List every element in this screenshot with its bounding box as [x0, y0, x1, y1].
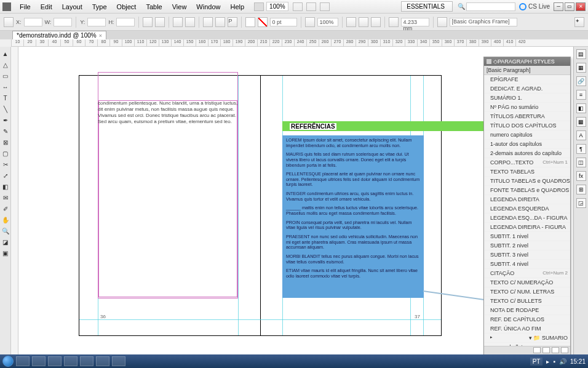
- view-mode-icon[interactable]: [293, 2, 303, 11]
- menu-view[interactable]: View: [167, 2, 192, 12]
- rotate-icon[interactable]: [173, 17, 183, 27]
- style-folder-sumario[interactable]: ▾ 📁 SUMARIO: [484, 334, 570, 343]
- scale-y-icon[interactable]: [155, 17, 165, 27]
- free-transform-tool-icon[interactable]: ⤢: [1, 170, 10, 180]
- document-tab[interactable]: *demonstrativo.indd @ 100% ×: [12, 31, 106, 39]
- stroke-panel-icon[interactable]: ≡: [576, 90, 586, 100]
- character-panel-icon[interactable]: A: [576, 130, 586, 140]
- style-item[interactable]: LEGENDA DIREITA: [484, 195, 570, 204]
- gradient-tool-icon[interactable]: ◧: [1, 182, 10, 191]
- gap-tool-icon[interactable]: ↔: [1, 82, 10, 92]
- task-folder-icon[interactable]: [32, 356, 46, 366]
- pencil-tool-icon[interactable]: ✎: [1, 126, 10, 136]
- clock[interactable]: 15:21: [570, 358, 586, 365]
- maximize-button[interactable]: ▭: [565, 2, 574, 11]
- basic-paragraph-item[interactable]: [Basic Paragraph]: [484, 66, 570, 75]
- eyedropper-tool-icon[interactable]: ✐: [1, 204, 10, 214]
- close-button[interactable]: ✕: [576, 2, 586, 11]
- page-spread[interactable]: condimentum pellentesque. Nunc blandit, …: [79, 75, 442, 336]
- shear-icon[interactable]: [185, 17, 195, 27]
- object-styles-panel-icon[interactable]: ◫: [576, 158, 586, 167]
- menu-help[interactable]: Help: [225, 2, 249, 12]
- stroke-swatch-icon[interactable]: [258, 17, 268, 27]
- scale-x-icon[interactable]: [143, 17, 153, 27]
- style-item[interactable]: DEDICAT. E AGRAD.: [484, 84, 570, 94]
- style-item[interactable]: NOTA DE RODAPE: [484, 306, 570, 315]
- task-indesign-icon[interactable]: [48, 356, 62, 366]
- start-button[interactable]: [2, 356, 14, 367]
- ruler-vertical[interactable]: [11, 47, 18, 354]
- reference-point-icon[interactable]: [4, 17, 14, 27]
- page-tool-icon[interactable]: ▭: [1, 71, 10, 81]
- object-style-icon[interactable]: [437, 17, 447, 27]
- clear-overrides-icon[interactable]: [533, 347, 541, 353]
- workspace-switcher[interactable]: ESSENTIALS: [401, 1, 453, 12]
- opacity-field[interactable]: 100%: [317, 18, 338, 26]
- task-word-icon[interactable]: [64, 356, 77, 366]
- screen-mode-icon[interactable]: [306, 2, 316, 11]
- hand-tool-icon[interactable]: ✋: [1, 215, 10, 225]
- heading-frame[interactable]: REFERÊNCIAS: [282, 121, 498, 131]
- panel-title-bar[interactable]: ◇ PARAGRAPH STYLES: [484, 57, 570, 66]
- rectangle-tool-icon[interactable]: ▢: [1, 148, 10, 158]
- style-item[interactable]: TÍTULO DOS CAPÍTULOS: [484, 121, 570, 130]
- w-field[interactable]: [54, 18, 72, 26]
- wrap-none-icon[interactable]: [346, 17, 356, 27]
- style-item[interactable]: TEXTO TABELAS: [484, 167, 570, 177]
- language-indicator[interactable]: PT: [530, 358, 543, 366]
- type-tool-icon[interactable]: T: [1, 93, 10, 103]
- paragraph-panel-icon[interactable]: ¶: [576, 144, 586, 154]
- task-firefox-icon[interactable]: [112, 356, 125, 366]
- quick-apply-icon[interactable]: ✦: [574, 17, 584, 27]
- bridge-icon[interactable]: [254, 2, 264, 11]
- styles-list[interactable]: EPÍGRAFEDEDICAT. E AGRAD.SUMÁRIO 1.Nº PÁ…: [484, 75, 570, 346]
- style-item[interactable]: LEGENDA ESQ...DA - FIGURA: [484, 214, 570, 223]
- style-item[interactable]: numero capitulos: [484, 130, 570, 140]
- style-item[interactable]: TITULO TABELAS e QUADROS: [484, 177, 570, 186]
- system-tray[interactable]: PT ▸ ▪ 🔊 15:21: [530, 358, 586, 366]
- left-page-text[interactable]: condimentum pellentesque. Nunc blandit, …: [98, 100, 239, 125]
- style-item[interactable]: TEXTO C/ BULLETS: [484, 297, 570, 306]
- close-tab-icon[interactable]: ×: [99, 33, 102, 39]
- swatches-panel-icon[interactable]: ▩: [576, 117, 586, 127]
- x-field[interactable]: [24, 18, 42, 26]
- flip-h-icon[interactable]: [203, 17, 213, 27]
- corner-size-field[interactable]: 4.233 mm: [401, 18, 429, 26]
- menu-layout[interactable]: Layout: [57, 2, 87, 12]
- style-item[interactable]: EPÍGRAFE: [484, 75, 570, 84]
- menu-window[interactable]: Window: [191, 2, 225, 12]
- effects-panel-icon[interactable]: fx: [576, 171, 586, 181]
- select-container-icon[interactable]: P: [228, 17, 237, 27]
- align-panel-icon[interactable]: ⊞: [576, 185, 586, 194]
- corner-options-icon[interactable]: [389, 17, 399, 27]
- style-item[interactable]: TÍTULOS ABERTURA: [484, 112, 570, 121]
- h-field[interactable]: [116, 18, 135, 26]
- menu-edit[interactable]: Edit: [36, 2, 57, 12]
- style-item[interactable]: LEGENDA ESQUERDA: [484, 204, 570, 214]
- style-item[interactable]: 2-demais autores do capítulo: [484, 149, 570, 158]
- effects-icon[interactable]: [305, 17, 315, 27]
- task-explorer-icon[interactable]: [16, 356, 30, 366]
- style-item[interactable]: CORPO...TEXTOCtrl+Num 1: [484, 158, 570, 167]
- arrange-icon[interactable]: [320, 2, 330, 11]
- style-item[interactable]: FONTE TABELAS e QUADROS: [484, 186, 570, 195]
- fill-stroke-icon[interactable]: ◪: [1, 237, 10, 247]
- menu-file[interactable]: File: [15, 2, 36, 12]
- wrap-bbox-icon[interactable]: [359, 17, 368, 27]
- new-group-icon[interactable]: [542, 347, 550, 353]
- pathfinder-panel-icon[interactable]: ◲: [576, 198, 586, 208]
- menu-table[interactable]: Table: [141, 2, 167, 12]
- flip-v-icon[interactable]: [215, 17, 225, 27]
- menu-type[interactable]: Type: [87, 2, 112, 12]
- pages-panel-icon[interactable]: ▤: [576, 49, 586, 59]
- pen-tool-icon[interactable]: ✒: [1, 115, 10, 125]
- style-item[interactable]: SUMÁRIO 1.: [484, 94, 570, 103]
- task-photoshop-icon[interactable]: [80, 356, 93, 366]
- tray-volume-icon[interactable]: 🔊: [559, 358, 566, 365]
- direct-selection-tool-icon[interactable]: △: [1, 60, 10, 70]
- style-item[interactable]: SUBTIT. 1 nivel: [484, 232, 570, 241]
- style-item[interactable]: SUBTIT. 3 nivel: [484, 250, 570, 260]
- tray-network-icon[interactable]: ▪: [553, 358, 555, 365]
- style-item[interactable]: REF. DE CAPÍTULOS: [484, 315, 570, 324]
- scissors-tool-icon[interactable]: ✂: [1, 159, 10, 169]
